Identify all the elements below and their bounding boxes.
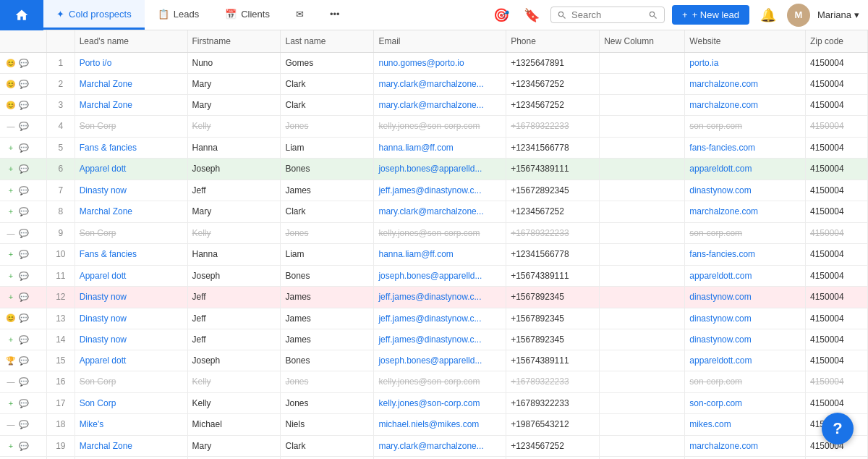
tab-leads[interactable]: 📋 Leads	[145, 0, 212, 30]
cell-lead-link[interactable]: Dinasty now	[80, 313, 127, 324]
row-action-icon-2[interactable]: 💬	[17, 397, 30, 410]
row-action-icon-1[interactable]: —	[4, 119, 17, 132]
cell-lead[interactable]: Dinasty now	[75, 308, 187, 329]
cell-lead-link[interactable]: Marchal Zone	[80, 441, 132, 451]
row-action-icon-2[interactable]: 💬	[17, 418, 30, 431]
cell-lead[interactable]: Marchal Zone	[75, 74, 187, 95]
cell-lead-link[interactable]: Porto i/o	[80, 58, 112, 68]
new-lead-button[interactable]: + + New lead	[672, 5, 749, 25]
cell-website[interactable]: appareldott.com	[685, 159, 806, 180]
cell-website[interactable]: son-corp.com	[685, 371, 806, 393]
cell-email-link[interactable]: jeff.james@dinastynow.c...	[378, 292, 481, 302]
cell-website-link[interactable]: appareldott.com	[689, 164, 752, 174]
cell-website-link[interactable]: marchalzone.com	[689, 441, 758, 451]
cell-lead-link[interactable]: Dinasty now	[80, 292, 127, 302]
cell-lead[interactable]: Mike's	[75, 414, 187, 436]
target-icon-button[interactable]: 🎯	[490, 4, 513, 27]
cell-lead[interactable]: Dinasty now	[75, 329, 187, 350]
row-action-icon-1[interactable]: +	[4, 439, 17, 452]
row-action-icon-2[interactable]: 💬	[17, 56, 30, 70]
cell-email-link[interactable]: joseph.bones@apparelld...	[378, 164, 482, 174]
cell-email-link[interactable]: joseph.bones@apparelld...	[378, 355, 482, 366]
row-action-icon-2[interactable]: 💬	[17, 248, 30, 261]
cell-email[interactable]: jeff.james@dinastynow.c...	[374, 180, 506, 201]
row-action-icon-1[interactable]: +	[4, 333, 17, 346]
col-header-website[interactable]: Website	[685, 30, 806, 53]
cell-lead-link[interactable]: Fans & fancies	[80, 143, 137, 153]
cell-website-link[interactable]: porto.ia	[689, 58, 718, 68]
cell-lead[interactable]: Marchal Zone	[75, 435, 187, 457]
row-action-icon-2[interactable]: 💬	[17, 206, 30, 219]
cell-lead[interactable]: Fans & fancies	[75, 137, 187, 159]
row-action-icon-2[interactable]: 💬	[17, 354, 30, 367]
notifications-icon-button[interactable]: 🔔	[757, 4, 780, 27]
user-name[interactable]: Mariana ▾	[817, 9, 859, 20]
cell-email-link[interactable]: joseph.bones@apparelld...	[378, 271, 482, 281]
cell-website[interactable]: appareldott.com	[685, 265, 806, 287]
cell-email-link[interactable]: mary.clark@marchalzone...	[378, 206, 483, 216]
row-action-icon-2[interactable]: 💬	[17, 163, 30, 176]
row-action-icon-1[interactable]: —	[4, 375, 17, 388]
search-input[interactable]	[571, 9, 644, 20]
cell-website[interactable]: dinastynow.com	[685, 287, 806, 308]
cell-website[interactable]: mikes.com	[685, 414, 806, 436]
cell-website-link[interactable]: dinastynow.com	[689, 313, 751, 324]
cell-lead-link[interactable]: Apparel dott	[80, 164, 127, 174]
row-action-icon-2[interactable]: 💬	[17, 120, 30, 133]
row-action-icon-2[interactable]: 💬	[17, 98, 30, 111]
cell-website[interactable]: marchalzone.com	[685, 201, 806, 223]
cell-website-link[interactable]: fans-fancies.com	[689, 249, 755, 259]
cell-lead[interactable]: Son Corp	[75, 116, 187, 138]
row-action-icon-1[interactable]: +	[4, 269, 17, 282]
col-header-email[interactable]: Email	[374, 30, 506, 53]
cell-website-link[interactable]: marchalzone.com	[689, 100, 758, 110]
cell-lead-link[interactable]: Dinasty now	[80, 185, 127, 195]
cell-email-link[interactable]: jeff.james@dinastynow.c...	[378, 313, 481, 324]
cell-lead-link[interactable]: Marchal Zone	[80, 79, 132, 89]
row-action-icon-1[interactable]: +	[4, 397, 17, 410]
row-action-icon-1[interactable]: —	[4, 227, 17, 240]
cell-email[interactable]: nuno.gomes@porto.io	[374, 53, 506, 74]
row-action-icon-1[interactable]: 😊	[4, 98, 17, 111]
cell-website[interactable]: marchalzone.com	[685, 435, 806, 457]
row-action-icon-2[interactable]: 💬	[17, 291, 30, 304]
cell-website-link[interactable]: appareldott.com	[689, 271, 752, 281]
cell-email-link[interactable]: hanna.liam@ff.com	[378, 249, 453, 259]
cell-lead[interactable]: Dinasty now	[75, 457, 187, 460]
cell-website[interactable]: son-corp.com	[685, 222, 806, 244]
row-action-icon-2[interactable]: 💬	[17, 227, 30, 240]
row-action-icon-2[interactable]: 💬	[17, 312, 30, 325]
cell-website-link[interactable]: marchalzone.com	[689, 79, 758, 89]
cell-email[interactable]: mary.clark@marchalzone...	[374, 201, 506, 223]
row-action-icon-2[interactable]: 💬	[17, 141, 30, 154]
cell-website[interactable]: fans-fancies.com	[685, 137, 806, 159]
cell-website-link[interactable]: mikes.com	[689, 419, 731, 429]
row-action-icon-2[interactable]: 💬	[17, 269, 30, 282]
cell-lead-link[interactable]: Fans & fancies	[80, 249, 137, 259]
row-action-icon-1[interactable]: 😊	[4, 77, 17, 90]
cell-email[interactable]: jeff.james@dinastynow.c...	[374, 329, 506, 350]
cell-email-link[interactable]: nuno.gomes@porto.io	[378, 58, 464, 68]
bookmark-icon-button[interactable]: 🔖	[520, 4, 543, 27]
cell-website[interactable]: fans-fancies.com	[685, 244, 806, 266]
row-action-icon-1[interactable]: +	[4, 184, 17, 197]
row-action-icon-2[interactable]: 💬	[17, 184, 30, 197]
cell-lead[interactable]: Marchal Zone	[75, 201, 187, 223]
cell-lead[interactable]: Son Corp	[75, 392, 187, 414]
col-header-lead[interactable]: Lead's name	[75, 30, 187, 53]
cell-email[interactable]: jeff.james@dinastynow.c...	[374, 457, 506, 460]
cell-website-link[interactable]: dinastynow.com	[689, 292, 751, 302]
cell-email[interactable]: jeff.james@dinastynow.c...	[374, 308, 506, 329]
cell-website[interactable]: dinastynow.com	[685, 457, 806, 460]
row-action-icon-1[interactable]: 🏆	[4, 354, 17, 367]
cell-email-link[interactable]: hanna.liam@ff.com	[378, 143, 453, 153]
cell-lead-link[interactable]: Dinasty now	[80, 334, 127, 345]
row-action-icon-2[interactable]: 💬	[17, 333, 30, 346]
help-button[interactable]: ?	[822, 413, 854, 445]
row-action-icon-1[interactable]: 😊	[4, 312, 17, 325]
row-action-icon-1[interactable]: +	[4, 141, 17, 154]
cell-email[interactable]: mary.clark@marchalzone...	[374, 435, 506, 457]
row-action-icon-1[interactable]: —	[4, 418, 17, 431]
cell-lead[interactable]: Son Corp	[75, 371, 187, 393]
cell-email[interactable]: hanna.liam@ff.com	[374, 137, 506, 159]
